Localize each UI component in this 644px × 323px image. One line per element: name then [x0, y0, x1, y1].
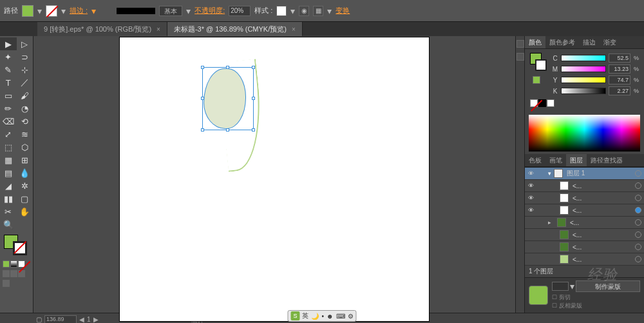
invert-checkbox-label[interactable]: ☐ 反相蒙版 [552, 302, 640, 310]
type-tool[interactable]: T [0, 76, 17, 89]
document-tab-1[interactable]: 9 [转换].eps* @ 100% (RGB/预览) × [37, 22, 167, 36]
ime-lang-label[interactable]: 英 [302, 311, 308, 320]
magic-wand-tool[interactable]: ✦ [0, 50, 17, 63]
artboard-tool[interactable]: ▢ [17, 192, 33, 205]
visibility-icon[interactable]: 👁 [526, 182, 535, 189]
tab-gradient[interactable]: 渐变 [600, 36, 620, 48]
disclosure-icon[interactable]: ▾ [548, 170, 551, 177]
sublayer-row[interactable]: <... [525, 253, 644, 266]
sublayer-thumbnail[interactable] [560, 255, 569, 264]
nav-icon[interactable]: ▢ [36, 316, 42, 323]
opacity-link[interactable]: 不透明度: [194, 6, 225, 15]
sublayer-name[interactable]: <... [571, 231, 632, 239]
sublayer-row[interactable]: 👁<... [525, 180, 644, 192]
stroke-weight-dropdown[interactable]: ▾ [91, 6, 96, 16]
stroke-preview[interactable] [535, 59, 547, 71]
resize-handle[interactable] [201, 97, 204, 100]
canvas-area[interactable]: ➤ [33, 36, 515, 313]
style-dropdown-icon[interactable]: ▾ [290, 6, 295, 16]
next-artboard-icon[interactable]: ▶ [93, 316, 99, 323]
target-icon[interactable] [635, 256, 641, 262]
pencil-tool[interactable]: ✏ [0, 102, 17, 115]
white-swatch[interactable] [547, 99, 554, 107]
black-slider[interactable] [561, 88, 606, 94]
screen-mode-icon[interactable] [3, 280, 10, 287]
resize-handle[interactable] [252, 97, 255, 100]
resize-handle[interactable] [226, 128, 229, 132]
resize-handle[interactable] [201, 66, 204, 69]
column-graph-tool[interactable]: ▮▮ [0, 192, 17, 205]
resize-handle[interactable] [252, 66, 255, 69]
sublayer-row[interactable]: 👁<... [525, 192, 644, 204]
panel-icon[interactable] [516, 53, 524, 61]
blend-tool[interactable]: ◢ [0, 179, 17, 192]
cyan-value[interactable]: 52.5 [609, 54, 630, 63]
color-mode-icon[interactable] [3, 260, 10, 268]
stroke-swatch-none[interactable] [46, 5, 57, 17]
target-icon[interactable] [635, 182, 641, 189]
target-icon[interactable] [635, 231, 641, 238]
tab-layers[interactable]: 图层 [566, 154, 587, 166]
close-icon[interactable]: × [156, 26, 160, 33]
hand-tool[interactable]: ✋ [17, 205, 33, 218]
tab-stroke[interactable]: 描边 [579, 36, 600, 48]
layer-name[interactable]: 图层 1 [565, 169, 632, 178]
prev-artboard-icon[interactable]: ◀ [79, 316, 84, 323]
gradient-tool[interactable]: ▤ [0, 166, 17, 179]
stroke-color-none[interactable] [13, 241, 27, 255]
sublayer-name[interactable]: <... [571, 256, 632, 263]
resize-handle[interactable] [226, 66, 229, 69]
width-tool[interactable]: ≋ [17, 128, 33, 141]
blob-brush-tool[interactable]: ◔ [17, 102, 33, 115]
align-icon[interactable]: ▦ [313, 6, 323, 16]
sublayer-name[interactable]: <... [571, 244, 632, 251]
slice-tool[interactable]: ✂ [0, 205, 17, 218]
magenta-value[interactable]: 13.23 [609, 64, 630, 73]
sublayer-thumbnail[interactable] [560, 193, 569, 202]
stroke-link[interactable]: 描边 : [70, 6, 88, 15]
magenta-slider[interactable] [561, 66, 606, 72]
layer-thumbnail[interactable] [554, 169, 563, 178]
ime-logo-icon[interactable]: S [290, 311, 299, 320]
anchor-point-tool[interactable]: ⊹ [17, 63, 33, 76]
fill-swatch[interactable] [22, 5, 33, 17]
draw-behind-icon[interactable] [10, 270, 17, 277]
brush-dropdown-icon[interactable]: ▾ [186, 6, 191, 16]
tab-color-guide[interactable]: 颜色参考 [545, 36, 579, 48]
target-icon[interactable] [635, 195, 641, 201]
ime-punct-icon[interactable]: • [321, 313, 324, 320]
line-tool[interactable]: ／ [17, 76, 33, 89]
brush-basic-label[interactable]: 基本 [159, 6, 182, 16]
transform-link[interactable]: 变换 [336, 6, 350, 15]
ime-emoji-icon[interactable]: ☻ [327, 313, 334, 320]
target-icon[interactable] [635, 219, 641, 226]
yellow-value[interactable]: 74.7 [609, 75, 630, 84]
target-icon[interactable] [635, 244, 641, 250]
rectangle-tool[interactable]: ▭ [0, 89, 17, 102]
opacity-input[interactable] [229, 6, 251, 16]
lasso-tool[interactable]: ⊃ [17, 50, 33, 63]
mesh-tool[interactable]: ⊞ [17, 153, 33, 166]
yellow-slider[interactable] [561, 77, 606, 83]
panel-icon[interactable] [516, 40, 524, 48]
fill-stroke-control[interactable] [4, 235, 29, 258]
normal-draw-icon[interactable] [3, 270, 10, 277]
target-icon[interactable] [635, 170, 641, 177]
sublayer-name[interactable]: <... [571, 195, 632, 202]
sublayer-thumbnail[interactable] [560, 206, 569, 215]
sublayer-thumbnail[interactable] [560, 181, 569, 190]
selection-bounding-box[interactable] [202, 67, 254, 130]
none-swatch[interactable] [530, 99, 538, 107]
target-icon[interactable] [635, 207, 641, 213]
tab-color[interactable]: 颜色 [525, 36, 545, 48]
selection-tool[interactable]: ▶ [0, 37, 17, 50]
none-mode-icon[interactable] [18, 260, 25, 268]
symbol-sprayer-tool[interactable]: ✲ [17, 179, 33, 192]
artboard[interactable] [120, 37, 429, 321]
pen-tool[interactable]: ✎ [0, 63, 17, 76]
dropdown-icon[interactable]: ▾ [570, 281, 574, 291]
gradient-mode-icon[interactable] [10, 260, 17, 268]
perspective-tool[interactable]: ▦ [0, 153, 17, 166]
layer-header[interactable]: 👁 ▾ 图层 1 [525, 168, 644, 180]
rotate-tool[interactable]: ⟲ [17, 115, 33, 128]
